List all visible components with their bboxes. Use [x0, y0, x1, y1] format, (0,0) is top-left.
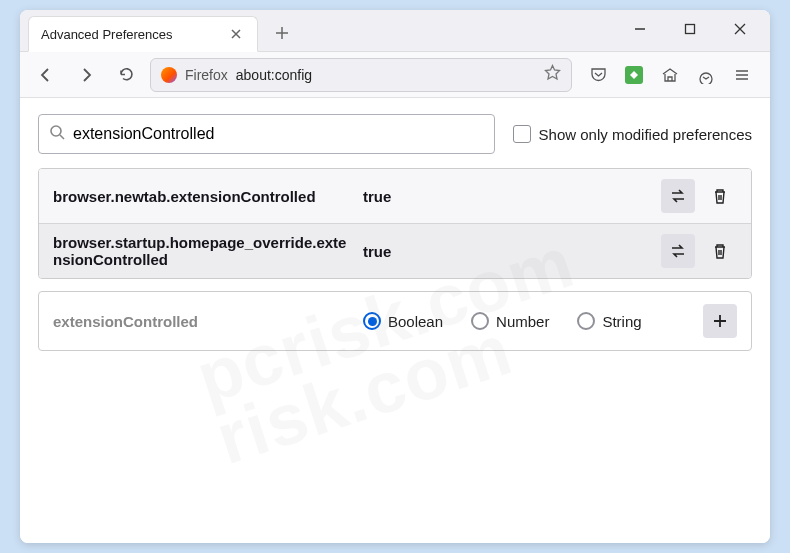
- browser-tab[interactable]: Advanced Preferences: [28, 16, 258, 52]
- radio-label: String: [602, 313, 641, 330]
- content-area: Show only modified preferences browser.n…: [20, 98, 770, 543]
- type-number-radio[interactable]: Number: [471, 312, 549, 330]
- search-icon: [49, 124, 65, 144]
- close-window-button[interactable]: [726, 15, 754, 43]
- svg-rect-0: [686, 25, 695, 34]
- titlebar: Advanced Preferences: [20, 10, 770, 52]
- forward-button[interactable]: [70, 59, 102, 91]
- new-tab-button[interactable]: [266, 17, 298, 49]
- radio-label: Number: [496, 313, 549, 330]
- delete-button[interactable]: [703, 179, 737, 213]
- radio-icon: [471, 312, 489, 330]
- pref-name: browser.newtab.extensionControlled: [53, 188, 363, 205]
- toggle-button[interactable]: [661, 234, 695, 268]
- url-bar[interactable]: Firefox about:config: [150, 58, 572, 92]
- preference-row: browser.newtab.extensionControlled true: [39, 169, 751, 224]
- add-preference-row: extensionControlled Boolean Number Strin…: [38, 291, 752, 351]
- pref-name: browser.startup.homepage_override.extens…: [53, 234, 363, 268]
- radio-icon: [577, 312, 595, 330]
- pref-value: true: [363, 188, 661, 205]
- reload-button[interactable]: [110, 59, 142, 91]
- search-box[interactable]: [38, 114, 495, 154]
- toolbar: Firefox about:config: [20, 52, 770, 98]
- pref-value: true: [363, 243, 661, 260]
- menu-button[interactable]: [730, 63, 754, 87]
- add-button[interactable]: [703, 304, 737, 338]
- radio-icon: [363, 312, 381, 330]
- toggle-button[interactable]: [661, 179, 695, 213]
- minimize-button[interactable]: [626, 15, 654, 43]
- show-modified-label: Show only modified preferences: [539, 126, 752, 143]
- url-label: Firefox: [185, 67, 228, 83]
- account-icon[interactable]: [694, 63, 718, 87]
- preference-list: browser.newtab.extensionControlled true …: [38, 168, 752, 279]
- close-tab-icon[interactable]: [227, 25, 245, 43]
- delete-button[interactable]: [703, 234, 737, 268]
- extension-icon[interactable]: [622, 63, 646, 87]
- maximize-button[interactable]: [676, 15, 704, 43]
- tab-title: Advanced Preferences: [41, 27, 227, 42]
- firefox-icon: [161, 67, 177, 83]
- svg-point-1: [51, 126, 61, 136]
- type-string-radio[interactable]: String: [577, 312, 641, 330]
- downloads-icon[interactable]: [658, 63, 682, 87]
- type-boolean-radio[interactable]: Boolean: [363, 312, 443, 330]
- pocket-icon[interactable]: [586, 63, 610, 87]
- bookmark-star-icon[interactable]: [544, 64, 561, 85]
- url-value: about:config: [236, 67, 312, 83]
- search-input[interactable]: [73, 125, 484, 143]
- radio-label: Boolean: [388, 313, 443, 330]
- show-modified-checkbox[interactable]: Show only modified preferences: [513, 125, 752, 143]
- back-button[interactable]: [30, 59, 62, 91]
- checkbox-icon[interactable]: [513, 125, 531, 143]
- add-pref-name: extensionControlled: [53, 313, 363, 330]
- preference-row: browser.startup.homepage_override.extens…: [39, 224, 751, 278]
